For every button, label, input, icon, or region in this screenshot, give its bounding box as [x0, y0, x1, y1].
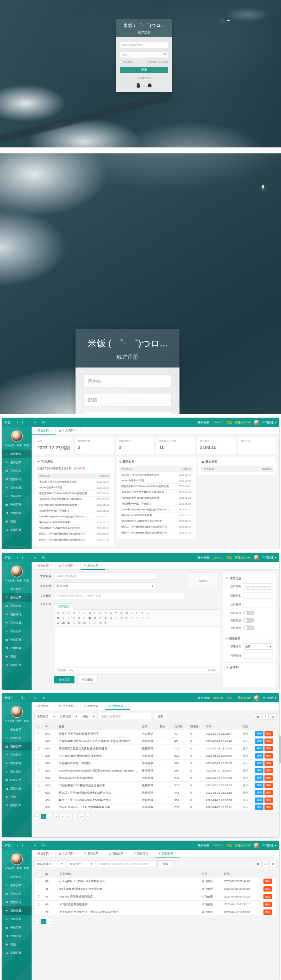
row-checkbox[interactable]	[38, 799, 40, 801]
row-checkbox[interactable]	[38, 762, 40, 765]
article-list-item[interactable]: Linux中composer install执行提示Warning: puten…	[37, 514, 111, 520]
editor-tool-icon[interactable]: ⟲	[98, 620, 102, 625]
register-username-input[interactable]	[83, 374, 172, 388]
page-button[interactable]: »	[85, 814, 91, 819]
article-list-item[interactable]: 域名解析PHP版，可调接口 2021-05-22	[37, 508, 111, 514]
sidebar-item[interactable]: ⊟ 提现订单	[2, 525, 32, 534]
filter-columns-icon[interactable]: ▦	[255, 713, 261, 719]
sidebar-item[interactable]: ✉ 我的评论	[2, 898, 32, 906]
sidebar-item[interactable]: ¥ 资金流水	[2, 492, 32, 500]
article-title[interactable]: 将composer更新到最新版本	[57, 776, 140, 780]
print-icon[interactable]: ▤	[270, 713, 276, 719]
sidebar-item[interactable]: ◨ 已购内容	[2, 932, 32, 940]
editor-tool-icon[interactable]: ▧	[77, 620, 81, 625]
thumbnail-upload[interactable]: 缩略图	[188, 573, 219, 589]
sidebar-item[interactable]: ¥ 资金流水	[2, 767, 32, 776]
article-title[interactable]: 解决二：关于fee模板u模板卡502解决方法	[57, 791, 140, 795]
toggle-switch[interactable]: OFF	[243, 625, 254, 630]
article-list-item[interactable]: 解决一：关于fee模板u模板 E502解决方法 2021-04-23	[120, 530, 193, 536]
refresh-icon[interactable]: ↻	[42, 843, 45, 847]
user-avatar[interactable]	[11, 565, 23, 578]
delete-button[interactable]: 删除	[263, 886, 272, 891]
user-avatar[interactable]	[11, 430, 23, 442]
editor-tool-icon[interactable]: ⌕	[93, 620, 97, 625]
tab-close-icon[interactable]: ×	[75, 564, 77, 567]
row-checkbox[interactable]	[38, 806, 40, 808]
tab[interactable]: ✎ 发布文章 ×	[81, 702, 105, 710]
filter-select[interactable]: 全部状态 ▾	[60, 714, 77, 719]
sidebar-item[interactable]: ▤ 我的文章	[2, 742, 32, 751]
article-title[interactable]: 修改腾讯云配置为天翼影视 火狐加速器	[57, 746, 140, 751]
user-avatar[interactable]	[11, 853, 23, 865]
sidebar-item[interactable]: ▣ 特权订单	[2, 923, 32, 932]
page-button[interactable]: »	[47, 919, 52, 924]
row-checkbox[interactable]	[38, 733, 40, 735]
editor-tool-icon[interactable]: B	[72, 611, 76, 615]
article-title[interactable]: 甲骨文ARM CD Debian10 开IPv6 自内核 安全组 配WARP	[57, 739, 140, 743]
row-checkbox[interactable]	[38, 740, 40, 742]
editor-tool-icon[interactable]: ✎	[103, 611, 108, 615]
export-icon[interactable]: ⇓	[262, 861, 269, 867]
editor-tool-icon[interactable]: ♪	[66, 616, 71, 620]
sidebar-item[interactable]: ▣ 特权订单	[2, 500, 32, 509]
social-ghost-icon[interactable]	[147, 83, 152, 88]
article-list-item[interactable]: 修改腾讯云配置为天翼影视 火狐加速器 2021-05-28	[120, 490, 193, 496]
order-select[interactable]: 默认排序 ▾	[67, 860, 95, 867]
sidebar-item[interactable]: ▤ 我的文章	[2, 466, 32, 475]
article-title[interactable]: Simple Scripts - 一个好用的脚本合集分享	[57, 805, 140, 809]
vip-link[interactable]: 开通永久VIP	[235, 696, 251, 700]
filter-select[interactable]: 全部分类 ▾	[37, 714, 55, 719]
tab[interactable]: ▥ 个人资料 ×	[56, 427, 81, 434]
menu-fold-icon[interactable]: ≡	[34, 843, 37, 847]
select-all-checkbox[interactable]	[38, 725, 40, 728]
editor-tool-icon[interactable]: ⌂	[88, 620, 92, 625]
article-list-item[interactable]: 甲骨文ARM CD Debian10 开IPv6 自内核 安全组 配WARP 2…	[37, 491, 111, 497]
row-checkbox[interactable]	[38, 747, 40, 750]
tab-close-icon[interactable]: ×	[75, 852, 77, 855]
tab[interactable]: ⌂ 后台首页 ×	[32, 562, 56, 570]
editor-tool-icon[interactable]: ◳	[98, 616, 102, 620]
refresh-icon[interactable]: ↻	[42, 696, 45, 700]
forgot-password-link[interactable]: 忘记密码	[159, 61, 168, 64]
editor-tool-icon[interactable]: x²	[93, 611, 97, 615]
scrollbar-thumb[interactable]	[279, 735, 279, 764]
editor-tool-icon[interactable]: ◱	[129, 616, 134, 620]
sidebar-item[interactable]: ✎ 发布文章	[2, 733, 32, 742]
sidebar-item[interactable]: ⌂ 后台首页	[2, 873, 32, 881]
editor-tool-icon[interactable]: ☺	[61, 616, 66, 620]
panel-field-input[interactable]	[243, 592, 273, 599]
sidebar-item[interactable]: ⌂ 后台首页	[2, 450, 32, 458]
editor-tool-icon[interactable]: ⊞	[103, 616, 108, 620]
article-title[interactable]: V5如何解密？V5解密方法全过程分享	[57, 783, 140, 787]
favorite-title[interactable]: FaShop 开源商城管理系统	[58, 895, 200, 899]
delete-button[interactable]: 删除	[265, 753, 273, 759]
delete-button[interactable]: 删除	[265, 738, 273, 744]
tab-close-icon[interactable]: ×	[75, 705, 77, 708]
sidebar-item[interactable]: ◨ 已购内容	[2, 644, 32, 652]
sidebar-item[interactable]: ✎ 发布文章	[2, 458, 32, 466]
delete-button[interactable]: 删除	[263, 878, 272, 884]
login-button[interactable]: 登录	[120, 67, 168, 73]
article-title[interactable]: 域名解析PHP版，可调接口	[57, 761, 140, 765]
sidebar-item[interactable]: ◨ 已购内容	[2, 509, 32, 517]
page-button[interactable]: 4	[60, 814, 65, 819]
favorite-title[interactable]: fee主题免费版v1.5介绍与更新记录	[58, 887, 200, 891]
tab-close-icon[interactable]: ×	[51, 705, 52, 708]
article-list-item[interactable]: 解决一：关于fee模板u模板 E502解决方法 2021-04-23	[37, 537, 111, 543]
keep-login-checkbox[interactable]	[120, 61, 122, 64]
edit-button[interactable]: 编辑	[255, 760, 263, 766]
edit-button[interactable]: 编辑	[255, 746, 263, 751]
edit-button[interactable]: 编辑	[255, 738, 263, 744]
avatar[interactable]	[254, 843, 259, 848]
editor-tool-icon[interactable]: ⌗	[140, 616, 145, 620]
page-button[interactable]: 2	[47, 814, 52, 819]
qq-icon[interactable]	[136, 83, 141, 88]
editor-tool-icon[interactable]: ⎘	[66, 611, 71, 615]
editor-tool-icon[interactable]: ❝	[114, 611, 118, 615]
sidebar-item[interactable]: ✉ 我的评论	[2, 475, 32, 483]
article-list-item[interactable]: 解决二：关于fee模板u模板卡502解决方法 2021-05-15	[120, 524, 193, 530]
tab-close-icon[interactable]: ×	[51, 564, 52, 567]
row-checkbox[interactable]	[38, 880, 40, 883]
article-list-item[interactable]: 备忘:捡了某台心仪的便宜服务器吧 2021-08-14	[37, 479, 111, 485]
user-menu[interactable]: 今飞的造 ▾	[262, 696, 276, 700]
